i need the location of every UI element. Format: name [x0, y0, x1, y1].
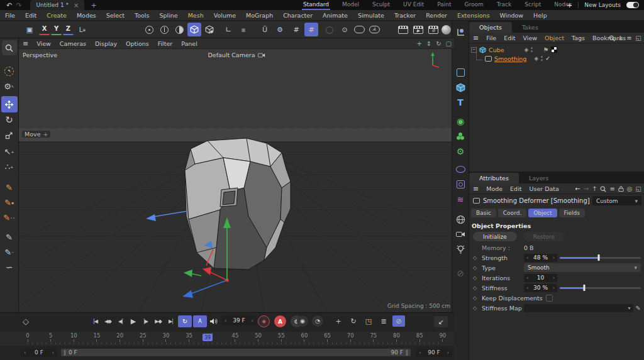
workplane-box-icon[interactable]: ▣ — [23, 23, 36, 36]
keyframe-selection-objects-icon[interactable]: ◉ — [297, 315, 308, 327]
soft-selection-move-icon[interactable]: ∴+ — [2, 159, 17, 174]
workplane-mode-icon[interactable]: ∟ — [221, 23, 235, 36]
timeline-scrollbar[interactable]: ‖0 F 90 F‖ — [61, 349, 411, 356]
rotate-tool-icon[interactable]: ↻ — [2, 112, 17, 128]
new-layouts-toggle[interactable] — [626, 2, 639, 8]
increment-icon[interactable]: › — [552, 254, 555, 261]
volume-icon[interactable] — [453, 161, 468, 177]
material-sphere-icon[interactable] — [439, 23, 453, 36]
viewport-menu-item[interactable]: Panel — [177, 40, 202, 47]
spline-primitive-icon[interactable] — [453, 65, 468, 80]
previous-key-icon[interactable]: ◀◆ — [103, 315, 113, 327]
preset-dropdown[interactable]: Custom ▾ — [592, 196, 641, 205]
tweak-tool-icon[interactable]: ⚙↖ — [2, 79, 17, 94]
render-picture-viewer-icon[interactable]: ▶ — [411, 23, 425, 36]
panel-tab[interactable]: Takes — [512, 22, 548, 33]
attributes-menu-item[interactable]: Edit — [506, 185, 525, 192]
rotate-view-icon[interactable]: ↻ — [436, 40, 441, 47]
goto-start-icon[interactable]: |◀ — [90, 315, 101, 327]
light-object-icon[interactable] — [453, 242, 468, 257]
filter-icon[interactable]: ≡ — [626, 35, 631, 41]
keyframe-diamond-icon[interactable]: ◇ — [473, 255, 482, 261]
key-disable-icon[interactable]: ⊘ — [392, 315, 405, 327]
axis-lock-button[interactable]: X — [39, 23, 50, 35]
objects-menu-icon[interactable]: ≡ — [469, 34, 482, 42]
axis-circle-icon[interactable]: ◯ — [323, 23, 336, 36]
lock-icon[interactable] — [618, 185, 624, 192]
up-icon[interactable]: ↑ — [592, 185, 597, 192]
asset-capsule-icon[interactable]: A — [367, 23, 381, 36]
add-layout-button[interactable]: + — [567, 1, 572, 9]
objects-menu-item[interactable]: Object — [541, 35, 568, 41]
loop-playback-icon[interactable]: ↻ — [178, 315, 192, 327]
zoom-view-icon[interactable]: ⇕ — [426, 40, 431, 47]
points-mode-icon[interactable] — [142, 23, 156, 36]
axis-lock-button[interactable]: Z — [63, 23, 74, 35]
coordinate-system-icon[interactable]: L⊕ — [75, 23, 89, 36]
range-start-field[interactable]: ‹ 0 F › — [21, 349, 57, 357]
export-icon[interactable]: ◱ — [636, 35, 641, 41]
menu-item[interactable]: File — [0, 12, 20, 19]
live-selection-icon[interactable]: ↖ — [2, 63, 17, 79]
export-icon[interactable]: ◱ — [636, 185, 641, 192]
type-dropdown[interactable]: Smooth ▾ — [524, 263, 641, 272]
key-scale-icon[interactable]: ◳ — [362, 315, 375, 327]
panel-tab[interactable]: Objects — [469, 22, 512, 33]
keyframe-selection-icon[interactable]: ◇ — [23, 317, 29, 326]
flag-tag-icon[interactable]: ⚑ — [543, 46, 548, 53]
autokey-icon[interactable]: A — [274, 315, 286, 327]
stiffness-map-field[interactable]: ▾ — [524, 304, 633, 312]
increment-icon[interactable]: › — [552, 275, 555, 281]
selection-move-icon[interactable]: ↖+ — [2, 144, 17, 159]
redo-icon[interactable]: ↷ — [16, 1, 21, 9]
keyframe-diamond-icon[interactable]: ◇ — [473, 295, 482, 301]
enabled-check-icon[interactable]: ✓ — [545, 55, 550, 62]
forward-icon[interactable]: → — [584, 185, 589, 192]
search-commander-icon[interactable] — [2, 40, 17, 55]
sketch-spline-icon[interactable]: ✎▪ — [2, 195, 17, 210]
decrement-icon[interactable]: ‹ — [526, 254, 529, 261]
menu-item[interactable]: Render — [421, 12, 452, 19]
menu-item[interactable]: Help — [528, 12, 552, 19]
polygons-mode-icon[interactable] — [172, 23, 186, 36]
snap-enable-icon[interactable]: Ü — [258, 23, 272, 36]
layer-icon[interactable]: ◈ — [534, 55, 538, 62]
layout-tab[interactable]: Script — [523, 0, 542, 10]
attributes-menu-icon[interactable]: ≡ — [469, 185, 482, 193]
object-name[interactable]: Smoothing — [494, 55, 526, 62]
undo-icon[interactable]: ↶ — [6, 1, 12, 9]
array-generator-icon[interactable] — [453, 129, 468, 144]
play-marks-icon[interactable]: A — [193, 315, 207, 327]
workplane-lock-icon[interactable]: ▪ — [236, 23, 250, 36]
search-icon[interactable] — [609, 35, 615, 41]
spline-smooth-icon[interactable]: ✎∘∘ — [2, 210, 17, 225]
menu-item[interactable]: Spline — [154, 12, 182, 19]
menu-item[interactable]: Character — [278, 12, 318, 19]
layout-tab[interactable]: Groom — [463, 0, 484, 10]
camera-object-icon[interactable] — [453, 227, 468, 242]
strength-spinner[interactable]: ‹ 48 % › — [524, 254, 557, 262]
attribute-section-tab[interactable]: Coord. — [498, 209, 526, 217]
tree-row-smoothing[interactable]: Smoothing ◈ ✓ — [471, 54, 644, 63]
key-position-icon[interactable]: + — [332, 315, 345, 327]
expander-icon[interactable]: − — [471, 47, 477, 53]
keyframe-diamond-icon[interactable]: ◇ — [473, 265, 482, 271]
attribute-section-tab[interactable]: Basic — [471, 209, 496, 217]
menu-item[interactable]: Edit — [20, 12, 42, 19]
axis-workplane-icon[interactable] — [453, 25, 468, 40]
menu-item[interactable]: Modes — [72, 12, 101, 19]
subdivision-surface-icon[interactable]: ◉ — [453, 114, 468, 129]
field-icon[interactable]: ≋ — [453, 192, 468, 207]
search-icon[interactable] — [600, 186, 606, 192]
objects-menu-item[interactable]: Tags — [568, 35, 589, 41]
menu-item[interactable]: MoGraph — [241, 12, 278, 19]
capsule-icon[interactable] — [352, 23, 366, 36]
visibility-dots[interactable] — [531, 47, 533, 52]
layer-icon[interactable]: ◈ — [525, 46, 529, 53]
phong-tag-icon[interactable] — [551, 46, 557, 53]
model-mode-icon[interactable] — [187, 23, 201, 36]
iterations-spinner[interactable]: ‹ 10 › — [524, 274, 557, 282]
stiffness-slider[interactable] — [560, 284, 641, 292]
viewport-menu-item[interactable]: Filter — [153, 40, 177, 47]
increment-icon[interactable]: › — [447, 349, 449, 356]
